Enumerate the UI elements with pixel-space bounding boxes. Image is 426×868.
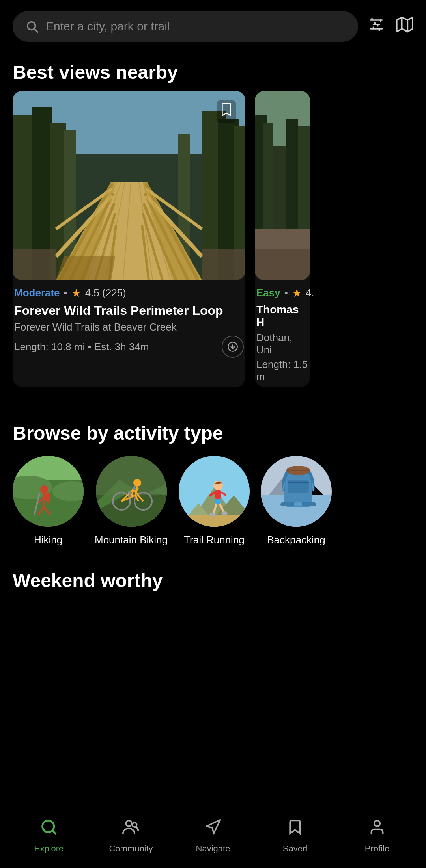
- svg-marker-49: [56, 256, 115, 280]
- svg-marker-125: [207, 820, 220, 834]
- filter-icon[interactable]: [368, 16, 385, 37]
- nav-item-community[interactable]: Community: [103, 818, 159, 854]
- svg-point-107: [221, 511, 228, 515]
- nav-item-explore[interactable]: Explore: [21, 818, 77, 854]
- activity-item-backpacking[interactable]: Backpacking: [261, 456, 332, 546]
- nav-item-navigate[interactable]: Navigate: [185, 818, 241, 854]
- svg-rect-116: [288, 480, 309, 493]
- weekend-section: Weekend worthy: [0, 558, 426, 678]
- trail-cards-scroll: Moderate • ★ 4.5 (225) Forever Wild Trai…: [0, 91, 426, 395]
- trail-name-1: Forever Wild Trails Perimeter Loop: [14, 303, 244, 318]
- svg-point-106: [209, 513, 216, 517]
- svg-rect-50: [13, 249, 56, 280]
- activity-label-running: Trail Running: [184, 534, 245, 546]
- map-icon[interactable]: [396, 16, 413, 37]
- svg-rect-74: [45, 493, 50, 500]
- trail-info-1: Moderate • ★ 4.5 (225) Forever Wild Trai…: [13, 280, 245, 362]
- activity-scroll: Hiking: [0, 452, 426, 558]
- bottom-nav: Explore Community Navigate Saved: [0, 809, 426, 868]
- trail-length-2: Length: 1.5 m: [256, 359, 308, 383]
- trail-card-1[interactable]: Moderate • ★ 4.5 (225) Forever Wild Trai…: [13, 91, 245, 387]
- navigate-icon: [204, 818, 222, 840]
- svg-point-89: [133, 479, 141, 487]
- activity-label-backpacking: Backpacking: [267, 534, 325, 546]
- svg-line-88: [128, 492, 131, 493]
- nav-item-profile[interactable]: Profile: [349, 818, 405, 854]
- activity-item-biking[interactable]: Mountain Biking: [95, 456, 168, 546]
- dot-1: •: [64, 287, 67, 299]
- navigate-label: Navigate: [196, 844, 230, 854]
- trail-card-2[interactable]: Easy • ★ 4. Thomas H Dothan, Uni Length:…: [255, 91, 310, 387]
- trail-meta-1: Moderate • ★ 4.5 (225): [14, 286, 244, 299]
- difficulty-badge-1: Moderate: [14, 287, 60, 299]
- svg-line-122: [52, 831, 56, 834]
- rating-1: 4.5 (225): [85, 287, 126, 299]
- trail-meta-2: Easy • ★ 4.: [256, 286, 308, 299]
- activity-circle-backpacking: [261, 456, 332, 527]
- activity-type-title: Browse by activity type: [0, 411, 426, 452]
- community-icon: [122, 818, 140, 840]
- community-label: Community: [109, 844, 153, 854]
- search-bar-container: Enter a city, park or trail: [0, 0, 426, 50]
- star-icon-1: ★: [71, 286, 81, 299]
- activity-label-hiking: Hiking: [34, 534, 62, 546]
- svg-point-67: [40, 485, 48, 493]
- activity-circle-hiking: [13, 456, 84, 527]
- saved-label: Saved: [283, 844, 307, 854]
- trail-location-1: Forever Wild Trails at Beaver Creek: [14, 321, 244, 333]
- svg-point-126: [374, 821, 380, 827]
- activity-circle-biking: [96, 456, 167, 527]
- svg-point-123: [126, 821, 132, 827]
- rating-2: 4.: [306, 287, 314, 299]
- trail-location-2: Dothan, Uni: [256, 332, 308, 356]
- trail-info-2: Easy • ★ 4. Thomas H Dothan, Uni Length:…: [255, 280, 310, 387]
- svg-rect-118: [294, 502, 302, 506]
- trail-card-image-1: [13, 91, 245, 280]
- download-icon-1[interactable]: [222, 336, 244, 358]
- explore-label: Explore: [34, 844, 64, 854]
- nav-item-saved[interactable]: Saved: [267, 818, 323, 854]
- profile-label: Profile: [365, 844, 389, 854]
- svg-marker-11: [397, 17, 413, 32]
- search-icon: [25, 20, 39, 33]
- saved-icon: [286, 818, 304, 840]
- svg-rect-51: [202, 249, 245, 280]
- trail-length-1: Length: 10.8 mi • Est. 3h 34m: [14, 336, 244, 358]
- activity-circle-running: [179, 456, 250, 527]
- svg-rect-98: [179, 515, 250, 527]
- svg-rect-61: [255, 249, 310, 280]
- svg-rect-100: [215, 490, 221, 499]
- activity-label-biking: Mountain Biking: [95, 534, 168, 546]
- weekend-worthy-title: Weekend worthy: [0, 558, 426, 599]
- profile-icon: [368, 818, 386, 840]
- header-icons: [368, 16, 413, 37]
- svg-rect-78: [96, 456, 167, 495]
- activity-item-hiking[interactable]: Hiking: [13, 456, 84, 546]
- svg-rect-103: [215, 499, 221, 504]
- activity-item-running[interactable]: Trail Running: [179, 456, 250, 546]
- search-bar[interactable]: Enter a city, park or trail: [13, 11, 358, 42]
- explore-icon: [40, 818, 58, 840]
- difficulty-badge-2: Easy: [256, 287, 280, 299]
- trail-name-2: Thomas H: [256, 303, 308, 329]
- bookmark-icon-1[interactable]: [217, 100, 236, 123]
- svg-line-1: [34, 29, 37, 32]
- trail-card-image-2: [255, 91, 310, 280]
- search-placeholder: Enter a city, park or trail: [46, 20, 170, 33]
- best-views-title: Best views nearby: [0, 50, 426, 91]
